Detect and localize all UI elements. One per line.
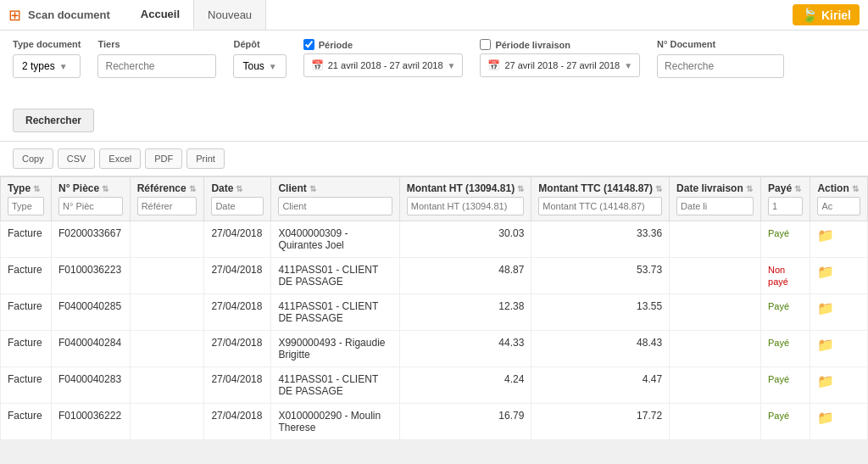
pdf-button[interactable]: PDF xyxy=(145,148,182,169)
type-document-dropdown[interactable]: 2 types ▼ xyxy=(13,54,81,78)
sort-icon[interactable]: ⇅ xyxy=(33,184,40,193)
cell-type: Facture xyxy=(1,294,52,331)
copy-button[interactable]: Copy xyxy=(13,148,53,169)
cell-date-livraison xyxy=(670,221,761,258)
cell-n-piece: F0200033667 xyxy=(52,221,131,258)
cell-montant-ttc: 53.73 xyxy=(531,258,670,294)
cell-n-piece: F0400040284 xyxy=(52,331,131,367)
table-body: Facture F0200033667 27/04/2018 X04000003… xyxy=(1,221,868,440)
folder-icon[interactable]: 📁 xyxy=(817,228,834,243)
cell-montant-ttc: 4.47 xyxy=(531,367,670,404)
col-montant-ht-filter[interactable] xyxy=(407,197,525,215)
rechercher-group: Rechercher xyxy=(13,95,94,132)
periode-livraison-value[interactable]: 📅 27 avril 2018 - 27 avril 2018 ▼ xyxy=(480,53,640,77)
cell-action[interactable]: 📁 xyxy=(810,258,868,294)
cell-montant-ht: 44.33 xyxy=(399,331,531,367)
cell-date: 27/04/2018 xyxy=(204,221,271,258)
cell-reference xyxy=(130,367,204,404)
col-reference-filter[interactable] xyxy=(137,197,198,215)
n-document-input[interactable] xyxy=(657,54,784,78)
csv-button[interactable]: CSV xyxy=(58,148,96,169)
cell-action[interactable]: 📁 xyxy=(810,221,868,258)
filters-section: Type document 2 types ▼ Tiers Dépôt Tous… xyxy=(0,31,868,142)
cell-date: 27/04/2018 xyxy=(204,258,271,294)
cell-type: Facture xyxy=(1,258,52,294)
table-header-row: Type ⇅ N° Pièce ⇅ Référence ⇅ xyxy=(1,177,868,221)
cell-action[interactable]: 📁 xyxy=(810,367,868,404)
cell-date: 27/04/2018 xyxy=(204,294,271,331)
cell-paye: Payé xyxy=(761,294,810,331)
sort-icon[interactable]: ⇅ xyxy=(517,184,524,193)
sort-icon[interactable]: ⇅ xyxy=(794,184,801,193)
sort-icon[interactable]: ⇅ xyxy=(746,184,753,193)
depot-dropdown[interactable]: Tous ▼ xyxy=(233,54,286,78)
col-date-livraison-filter[interactable] xyxy=(676,197,754,215)
caret-icon: ▼ xyxy=(59,62,68,71)
folder-icon[interactable]: 📁 xyxy=(817,301,834,316)
col-paye-filter[interactable] xyxy=(768,197,803,215)
col-client-filter[interactable] xyxy=(278,197,392,215)
sort-icon[interactable]: ⇅ xyxy=(852,184,859,193)
sort-icon[interactable]: ⇅ xyxy=(655,184,662,193)
rechercher-button[interactable]: Rechercher xyxy=(13,109,94,132)
periode-livraison-checkbox[interactable] xyxy=(480,39,491,50)
cell-date: 27/04/2018 xyxy=(204,367,271,404)
brand: ⊞ Scan document xyxy=(8,6,110,25)
print-button[interactable]: Print xyxy=(186,148,225,169)
cell-client: 411PASS01 - CLIENT DE PASSAGE xyxy=(271,367,399,404)
cell-paye: Payé xyxy=(761,404,810,440)
col-reference: Référence ⇅ xyxy=(130,177,204,221)
tab-nouveau[interactable]: Nouveau xyxy=(194,0,266,30)
col-action: Action ⇅ xyxy=(810,177,868,221)
cell-reference xyxy=(130,294,204,331)
periode-group: Période 📅 21 avril 2018 - 27 avril 2018 … xyxy=(303,39,464,77)
cell-type: Facture xyxy=(1,367,52,404)
periode-value[interactable]: 📅 21 avril 2018 - 27 avril 2018 ▼ xyxy=(303,53,464,77)
col-type: Type ⇅ xyxy=(1,177,52,221)
col-montant-ttc: Montant TTC (14148.87) ⇅ xyxy=(531,177,670,221)
cell-n-piece: F0400040285 xyxy=(52,294,131,331)
cell-action[interactable]: 📁 xyxy=(810,404,868,440)
sort-icon[interactable]: ⇅ xyxy=(236,184,242,193)
col-date-filter[interactable] xyxy=(211,197,264,215)
sort-icon[interactable]: ⇅ xyxy=(309,184,316,193)
depot-group: Dépôt Tous ▼ xyxy=(233,39,286,78)
excel-button[interactable]: Excel xyxy=(99,148,141,169)
cell-date: 27/04/2018 xyxy=(204,331,271,367)
folder-icon[interactable]: 📁 xyxy=(817,265,834,279)
folder-icon[interactable]: 📁 xyxy=(817,338,834,352)
folder-icon[interactable]: 📁 xyxy=(817,411,834,425)
cell-montant-ht: 16.79 xyxy=(399,404,531,440)
cell-montant-ttc: 48.43 xyxy=(531,331,670,367)
cell-date-livraison xyxy=(670,404,761,440)
cell-action[interactable]: 📁 xyxy=(810,294,868,331)
kiriel-logo: 🍃 Kiriel xyxy=(793,4,860,25)
calendar-icon: 📅 xyxy=(487,59,500,71)
cell-date-livraison xyxy=(670,294,761,331)
periode-checkbox[interactable] xyxy=(303,39,314,50)
col-n-piece: N° Pièce ⇅ xyxy=(52,177,131,221)
tab-accueil[interactable]: Accueil xyxy=(127,0,194,30)
sort-icon[interactable]: ⇅ xyxy=(102,184,108,193)
col-n-piece-filter[interactable] xyxy=(58,197,123,215)
cell-paye: Payé xyxy=(761,367,810,404)
table-row: Facture F0100036223 27/04/2018 411PASS01… xyxy=(1,258,868,294)
tiers-group: Tiers xyxy=(97,39,216,78)
grid-icon: ⊞ xyxy=(8,6,21,25)
sort-icon[interactable]: ⇅ xyxy=(189,184,196,193)
cell-client: X0100000290 - Moulin Therese xyxy=(271,404,399,440)
folder-icon[interactable]: 📁 xyxy=(817,374,834,389)
cell-n-piece: F0400040283 xyxy=(52,367,131,404)
col-type-filter[interactable] xyxy=(8,197,44,215)
table-row: Facture F0100036222 27/04/2018 X01000002… xyxy=(1,404,868,440)
col-montant-ht: Montant HT (13094.81) ⇅ xyxy=(399,177,531,221)
action-bar: Copy CSV Excel PDF Print xyxy=(0,142,868,176)
type-document-group: Type document 2 types ▼ xyxy=(13,39,81,78)
cell-action[interactable]: 📁 xyxy=(810,331,868,367)
col-action-filter[interactable] xyxy=(817,197,860,215)
tiers-input[interactable] xyxy=(97,54,216,78)
app-title: Scan document xyxy=(28,8,110,21)
col-montant-ttc-filter[interactable] xyxy=(538,197,662,215)
table-row: Facture F0200033667 27/04/2018 X04000003… xyxy=(1,221,868,258)
cell-date-livraison xyxy=(670,331,761,367)
